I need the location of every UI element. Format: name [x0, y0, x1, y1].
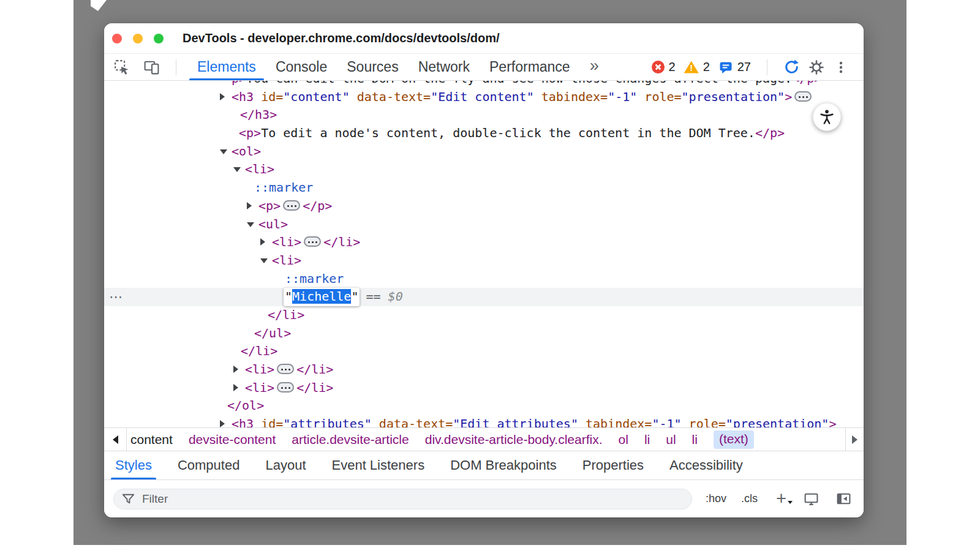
dom-tree-line[interactable]: </li>: [104, 342, 864, 361]
collapse-arrow-icon[interactable]: [260, 258, 268, 263]
settings-button[interactable]: [809, 59, 824, 75]
breadcrumb-item-li[interactable]: li: [692, 432, 698, 447]
breadcrumb-item-devsite-content[interactable]: devsite-content: [189, 432, 276, 447]
tab-console[interactable]: Console: [266, 54, 337, 80]
breadcrumb-item-ol[interactable]: ol: [619, 432, 628, 447]
ellipsis-expand-button[interactable]: [283, 200, 300, 211]
dom-tree-line[interactable]: <ul>: [104, 216, 864, 234]
breadcrumb-scroll-right-button[interactable]: [845, 428, 864, 451]
panel-tabs: StylesComputedLayoutEvent ListenersDOM B…: [104, 451, 864, 480]
expand-arrow-icon[interactable]: [247, 202, 252, 209]
token-tag: </ol>: [227, 398, 264, 413]
dom-tree-line[interactable]: <li></li>: [104, 379, 864, 397]
token-attr: tabindex=: [578, 416, 652, 427]
token-val: "Edit attributes": [453, 416, 578, 427]
style-filter[interactable]: [113, 489, 692, 509]
expand-arrow-icon[interactable]: [260, 238, 265, 246]
accessibility-button[interactable]: [813, 103, 841, 131]
device-toolbar-icon: [143, 59, 160, 75]
tab-sources[interactable]: Sources: [337, 54, 408, 80]
inline-text-editor[interactable]: "Michelle": [284, 288, 360, 306]
expand-arrow-icon[interactable]: [220, 93, 225, 100]
breadcrumb-item-div-devsite-article-body-clearfix[interactable]: div.devsite-article-body.clearfix.: [425, 432, 603, 447]
breadcrumb-item-li[interactable]: li: [644, 432, 650, 447]
collapse-arrow-icon[interactable]: [247, 222, 254, 227]
error-badge[interactable]: 2: [652, 60, 676, 74]
breadcrumb-item-text[interactable]: (text): [714, 430, 754, 449]
dot-icon: [287, 205, 289, 207]
token-tag: <ul>: [258, 217, 288, 231]
dot-icon: [288, 387, 290, 389]
zoom-window-button[interactable]: [154, 34, 164, 43]
collapse-arrow-icon[interactable]: [233, 167, 241, 172]
dom-tree-line[interactable]: <h3 id="content" data-text="Edit content…: [104, 88, 864, 107]
dom-tree-line[interactable]: ⋯"Michelle" == $0: [104, 288, 864, 306]
token-attr: tabindex=: [534, 89, 608, 104]
accessibility-icon: [818, 108, 835, 126]
dom-tree-line[interactable]: <li>: [104, 160, 864, 179]
issues-badge[interactable]: 27: [718, 60, 751, 75]
filter-input[interactable]: [141, 492, 684, 506]
breadcrumb-scroll-left-button[interactable]: [104, 428, 127, 451]
dom-tree-line[interactable]: </h3>: [104, 106, 864, 124]
toggle-rendering-emulations-button[interactable]: [804, 491, 819, 506]
panel-tab-event-listeners[interactable]: Event Listeners: [331, 451, 426, 479]
expand-arrow-icon[interactable]: [233, 366, 238, 373]
expand-arrow-icon[interactable]: [220, 420, 225, 427]
device-toolbar-button[interactable]: [143, 59, 160, 75]
token-tag: >: [785, 89, 792, 104]
panel-tab-properties[interactable]: Properties: [581, 451, 645, 479]
dom-tree-line[interactable]: <li></li>: [104, 233, 864, 252]
new-style-rule-button[interactable]: +: [776, 490, 786, 508]
inspect-element-button[interactable]: [113, 59, 130, 75]
dom-tree-line[interactable]: </li>: [104, 306, 864, 325]
tab-network[interactable]: Network: [409, 54, 480, 80]
breadcrumb-item-article-devsite-article[interactable]: article.devsite-article: [292, 432, 409, 447]
token-val: "attributes": [283, 416, 372, 427]
menu-button[interactable]: [833, 59, 849, 75]
panel-tab-accessibility[interactable]: Accessibility: [668, 451, 744, 479]
panel-tab-layout[interactable]: Layout: [264, 451, 307, 479]
tab-performance[interactable]: Performance: [480, 54, 580, 80]
dom-tree-line[interactable]: </ul>: [104, 325, 864, 343]
dom-tree-line[interactable]: </ol>: [104, 397, 864, 415]
panel-tab-dom-breakpoints[interactable]: DOM Breakpoints: [449, 451, 558, 479]
collapse-arrow-icon[interactable]: [220, 149, 227, 154]
element-classes-button[interactable]: .cls: [741, 492, 758, 505]
tab-elements[interactable]: Elements: [187, 54, 266, 80]
dom-tree-line[interactable]: <h3 id="attributes" data-text="Edit attr…: [104, 415, 864, 427]
warning-badge[interactable]: ! 2: [684, 60, 710, 74]
dom-tree-line[interactable]: <p></p>: [104, 197, 864, 216]
ellipsis-expand-button[interactable]: [277, 364, 294, 374]
row-overflow-menu-icon[interactable]: ⋯: [109, 288, 123, 306]
token-tag: </p>: [303, 198, 332, 213]
titlebar[interactable]: DevTools - developer.chrome.com/docs/dev…: [104, 23, 864, 54]
dom-tree-line[interactable]: <ol>: [104, 143, 864, 161]
sync-button[interactable]: [783, 59, 800, 75]
expand-arrow-icon[interactable]: [233, 384, 238, 391]
token-text: To edit a node's content, double-click t…: [261, 126, 755, 140]
dom-tree-line[interactable]: <p>To edit a node's content, double-clic…: [104, 124, 864, 143]
breadcrumb-item-ul[interactable]: ul: [666, 432, 676, 447]
breadcrumb-item-content[interactable]: content: [130, 432, 173, 447]
dom-tree-line[interactable]: ::marker: [104, 270, 864, 288]
close-window-button[interactable]: [112, 34, 122, 43]
token-dollar: $0: [388, 289, 403, 304]
more-panels-button[interactable]: »: [590, 56, 599, 78]
ellipsis-expand-button[interactable]: [304, 236, 321, 247]
token-tag: <p>: [239, 126, 261, 140]
ellipsis-expand-button[interactable]: [277, 382, 294, 393]
minimize-window-button[interactable]: [133, 34, 143, 43]
dom-tree: p>You can edit the DOM on the fly and se…: [104, 81, 864, 427]
panel-tab-styles[interactable]: Styles: [114, 451, 153, 479]
dom-tree-line[interactable]: <li>: [104, 252, 864, 270]
panel-tab-computed[interactable]: Computed: [176, 451, 241, 479]
breadcrumb: contentdevsite-contentarticle.devsite-ar…: [127, 428, 845, 451]
ellipsis-expand-button[interactable]: [794, 91, 812, 102]
dom-tree-line[interactable]: p>You can edit the DOM on the fly and se…: [104, 81, 864, 88]
dom-tree-line[interactable]: <li></li>: [104, 361, 864, 379]
toggle-element-state-button[interactable]: :hov: [706, 492, 726, 505]
toggle-computed-sidebar-button[interactable]: [836, 491, 851, 506]
dom-tree-line[interactable]: ::marker: [104, 179, 864, 197]
warning-icon: !: [684, 61, 699, 73]
